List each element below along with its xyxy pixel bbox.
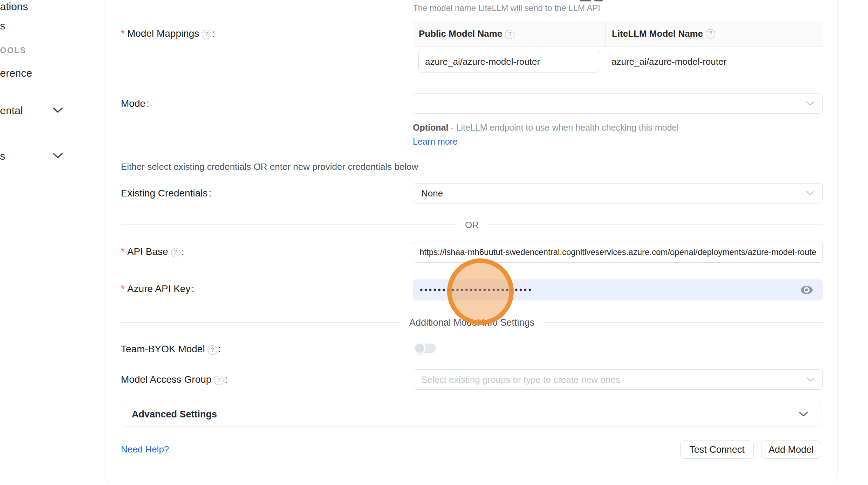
sidebar-item-clipped-5[interactable]: s	[0, 150, 5, 162]
optional-badge: Optional	[413, 123, 448, 132]
chevron-down-icon	[806, 101, 815, 106]
help-icon[interactable]: ?	[171, 248, 180, 257]
litellm-model-name-value: azure_ai/azure-model-router	[611, 56, 726, 67]
additional-settings-divider: Additional Model Info Settings	[121, 316, 823, 330]
or-divider: OR	[121, 218, 823, 232]
model-access-group-input[interactable]	[413, 369, 823, 390]
toggle-knob	[414, 342, 426, 354]
table-row: azure_ai/azure-model-router	[413, 47, 823, 76]
help-icon[interactable]: ?	[505, 30, 514, 39]
chevron-down-icon	[799, 411, 808, 417]
required-marker: *	[121, 283, 125, 294]
azure-api-key-input[interactable]: •••••••••••••••••••••••••	[413, 279, 823, 300]
azure-api-key-label: *Azure API Key:	[121, 284, 194, 294]
mode-helper-text: Optional - LiteLLM endpoint to use when …	[413, 120, 697, 148]
team-byok-label: Team-BYOK Model?:	[121, 344, 221, 355]
chevron-down-icon	[806, 190, 815, 196]
mode-label: Mode:	[121, 98, 149, 109]
public-model-name-input[interactable]	[418, 51, 600, 72]
sidebar-item-clipped-3[interactable]: erence	[0, 67, 32, 79]
help-icon[interactable]: ?	[208, 345, 217, 355]
chevron-down-icon	[806, 377, 815, 382]
masked-password-value: •••••••••••••••••••••••••	[420, 285, 533, 295]
need-help-link[interactable]: Need Help?	[121, 444, 169, 455]
sidebar-item-clipped-2[interactable]: s	[0, 20, 5, 32]
clipped-text-fragment	[580, 0, 591, 1]
model-access-group-label: Model Access Group?:	[121, 374, 227, 385]
test-connect-button[interactable]: Test Connect	[680, 441, 754, 459]
api-base-input[interactable]: https://ishaa-mh6uutut-swedencentral.cog…	[413, 242, 823, 263]
learn-more-link[interactable]: Learn more	[413, 137, 458, 146]
sidebar-section-tools: OOLS	[0, 46, 26, 55]
clipped-text-fragment	[594, 0, 603, 1]
existing-credentials-label: Existing Credentials:	[121, 188, 211, 199]
team-byok-toggle[interactable]	[415, 344, 436, 353]
help-icon[interactable]: ?	[214, 376, 224, 385]
help-icon[interactable]: ?	[706, 29, 715, 39]
sidebar-item-clipped-4[interactable]: ental	[0, 105, 23, 117]
add-model-page: ations s OOLS erence ental s The model n…	[0, 0, 868, 485]
model-mappings-table: Public Model Name? LiteLLM Model Name? a…	[413, 21, 823, 76]
add-model-form-card: The model name LiteLLM will send to the …	[105, 0, 838, 482]
sidebar: ations s OOLS erence ental s	[0, 0, 105, 485]
required-marker: *	[121, 246, 125, 257]
credentials-note: Either select existing credentials OR en…	[121, 161, 418, 172]
table-header-row: Public Model Name? LiteLLM Model Name?	[413, 21, 823, 47]
public-model-name-header: Public Model Name	[419, 28, 502, 39]
model-name-helper-text: The model name LiteLLM will send to the …	[413, 3, 600, 13]
add-model-button[interactable]: Add Model	[761, 441, 821, 459]
advanced-settings-panel[interactable]: Advanced Settings	[121, 402, 821, 427]
eye-icon[interactable]	[800, 285, 814, 295]
chevron-down-icon[interactable]	[53, 107, 63, 113]
litellm-model-name-header: LiteLLM Model Name	[612, 28, 703, 39]
chevron-down-icon[interactable]	[53, 153, 63, 159]
api-base-label: *API Base?:	[121, 247, 184, 257]
required-marker: *	[121, 28, 125, 39]
existing-credentials-select[interactable]: None	[413, 183, 823, 203]
advanced-settings-label: Advanced Settings	[132, 409, 217, 420]
help-icon[interactable]: ?	[202, 30, 211, 39]
sidebar-item-clipped-1[interactable]: ations	[0, 1, 28, 13]
mode-select[interactable]	[413, 93, 823, 114]
model-mappings-label: *Model Mappings?:	[121, 28, 215, 39]
